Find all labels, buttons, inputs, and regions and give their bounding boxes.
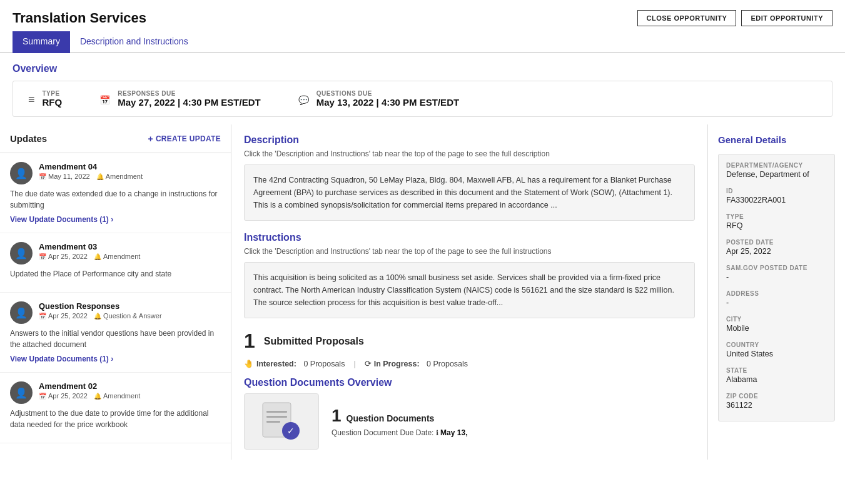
update-date-1: 📅 Apr 25, 2022: [39, 253, 88, 260]
header-action-buttons: CLOSE OPPORTUNITY EDIT OPPORTUNITY: [637, 10, 832, 26]
tab-description-instructions[interactable]: Description and Instructions: [70, 31, 198, 53]
update-type-2: 🔔 Question & Answer: [94, 312, 162, 320]
close-opportunity-button[interactable]: CLOSE OPPORTUNITY: [637, 10, 737, 26]
document-svg: ✓: [256, 400, 306, 443]
overview-responses-due: RESPONSES DUE May 27, 2022 | 4:30 PM EST…: [99, 90, 260, 108]
update-name: Amendment 03: [39, 242, 221, 251]
detail-value: United States: [726, 350, 827, 358]
detail-label: STATE: [726, 367, 827, 374]
tab-bar: Summary Description and Instructions: [0, 31, 845, 53]
update-name: Amendment 02: [39, 381, 221, 391]
detail-item-address: ADDRESS -: [726, 290, 827, 307]
avatar: 👤: [10, 381, 33, 404]
update-description: Updated the Place of Performance city an…: [10, 268, 221, 280]
question-docs-details: 1 Question Documents Question Document D…: [331, 406, 695, 437]
list-item: 👤 Amendment 02 📅 Apr 25, 2022 🔔 Amendmen…: [0, 373, 231, 443]
detail-value: RFQ: [726, 221, 827, 230]
update-date-2: 📅 Apr 25, 2022: [39, 312, 88, 320]
view-update-docs-link-2[interactable]: View Update Documents (1) ›: [10, 355, 113, 363]
hand-icon: 🤚: [244, 359, 254, 368]
overview-type: TYPE RFQ: [28, 90, 62, 108]
description-body: The 42nd Contracting Squadron, 50 LeMay …: [244, 164, 695, 221]
bell-icon: 🔔: [94, 253, 101, 260]
update-date-0: 📅 May 11, 2022: [39, 173, 90, 180]
detail-value: Mobile: [726, 324, 827, 333]
svg-rect-1: [266, 411, 287, 413]
avatar: 👤: [10, 301, 33, 324]
update-name: Question Responses: [39, 301, 221, 311]
submitted-proposals: 1 Submitted Proposals: [244, 330, 695, 353]
detail-value: Apr 25, 2022: [726, 247, 827, 256]
overview-title: Overview: [13, 63, 832, 74]
bell-icon: 🔔: [94, 393, 101, 400]
update-description: Adjustment to the due date to provide ti…: [10, 408, 221, 430]
updates-title: Updates: [10, 133, 47, 144]
user-icon: 👤: [15, 248, 28, 260]
questions-due-value: May 13, 2022 | 4:30 PM EST/EDT: [316, 97, 459, 108]
detail-item-type: TYPE RFQ: [726, 213, 827, 230]
detail-item-id: ID FA330022RA001: [726, 188, 827, 204]
detail-value: Defense, Department of: [726, 170, 827, 179]
detail-item-zip: ZIP CODE 361122: [726, 393, 827, 410]
updates-header: Updates + CREATE UPDATE: [0, 124, 231, 153]
responses-due-label: RESPONSES DUE: [118, 90, 260, 97]
update-description: The due date was extended due to a chang…: [10, 188, 221, 211]
overview-questions-due: QUESTIONS DUE May 13, 2022 | 4:30 PM EST…: [298, 90, 459, 108]
page-title: Translation Services: [13, 10, 146, 26]
create-update-button[interactable]: + CREATE UPDATE: [148, 134, 221, 144]
overview-bar: TYPE RFQ RESPONSES DUE May 27, 2022 | 4:…: [13, 81, 832, 117]
detail-label: COUNTRY: [726, 341, 827, 348]
view-update-docs-link-0[interactable]: View Update Documents (1) ›: [10, 215, 113, 224]
detail-item-department: DEPARTMENT/AGENCY Defense, Department of: [726, 162, 827, 179]
instructions-body: This acquisition is being solicited as a…: [244, 262, 695, 318]
user-icon: 👤: [15, 307, 28, 319]
detail-item-state: STATE Alabama: [726, 367, 827, 384]
type-label: TYPE: [43, 90, 63, 97]
chat-icon: [298, 92, 309, 106]
update-name: Amendment 04: [39, 162, 221, 171]
tab-summary[interactable]: Summary: [13, 31, 70, 53]
svg-rect-2: [266, 416, 287, 418]
detail-label: SAM.gov POSTED DATE: [726, 265, 827, 271]
detail-value: FA330022RA001: [726, 196, 827, 204]
updates-panel: Updates + CREATE UPDATE 👤 Amendment 04 📅…: [0, 124, 231, 460]
separator: |: [353, 360, 355, 368]
question-docs-due: Question Document Due Date: ℹ May 13,: [331, 428, 695, 437]
detail-label: ADDRESS: [726, 290, 827, 297]
type-value: RFQ: [43, 97, 63, 108]
question-docs-heading: Question Documents Overview: [244, 377, 695, 388]
update-type-1: 🔔 Amendment: [94, 253, 140, 260]
update-type-0: 🔔 Amendment: [96, 173, 143, 180]
detail-label: ZIP CODE: [726, 393, 827, 400]
general-details-panel: General Details DEPARTMENT/AGENCY Defens…: [707, 124, 845, 460]
calendar-icon: [99, 92, 110, 106]
detail-item-sam-posted-date: SAM.gov POSTED DATE -: [726, 265, 827, 281]
svg-text:✓: ✓: [287, 426, 295, 436]
detail-value: -: [726, 298, 827, 307]
instructions-heading: Instructions: [244, 232, 695, 243]
detail-label: CITY: [726, 316, 827, 323]
update-description: Answers to the initial vendor questions …: [10, 328, 221, 350]
plus-icon: +: [148, 134, 153, 144]
list-icon: [28, 92, 35, 106]
questions-due-label: QUESTIONS DUE: [316, 90, 459, 97]
detail-item-posted-date: POSTED DATE Apr 25, 2022: [726, 239, 827, 256]
svg-rect-3: [266, 421, 280, 423]
center-panel: Description Click the 'Description and I…: [231, 124, 707, 460]
info-icon: ℹ: [436, 429, 438, 436]
detail-label: POSTED DATE: [726, 239, 827, 246]
instructions-subtext: Click the 'Description and Instructions'…: [244, 247, 695, 256]
interested-status: 🤚 Interested: 0 Proposals: [244, 359, 345, 368]
user-icon: 👤: [15, 387, 28, 399]
detail-label: ID: [726, 188, 827, 194]
update-date-3: 📅 Apr 25, 2022: [39, 392, 88, 400]
detail-label: TYPE: [726, 213, 827, 220]
proposals-count: 1: [244, 330, 255, 353]
update-type-3: 🔔 Amendment: [94, 392, 140, 400]
description-heading: Description: [244, 134, 695, 146]
question-docs-content: ✓ 1 Question Documents Question Document…: [244, 393, 695, 450]
edit-opportunity-button[interactable]: EDIT OPPORTUNITY: [741, 10, 832, 26]
avatar: 👤: [10, 162, 33, 184]
question-docs-label: Question Documents: [347, 413, 435, 423]
list-item: 👤 Amendment 04 📅 May 11, 2022 🔔 Amendmen…: [0, 153, 231, 233]
